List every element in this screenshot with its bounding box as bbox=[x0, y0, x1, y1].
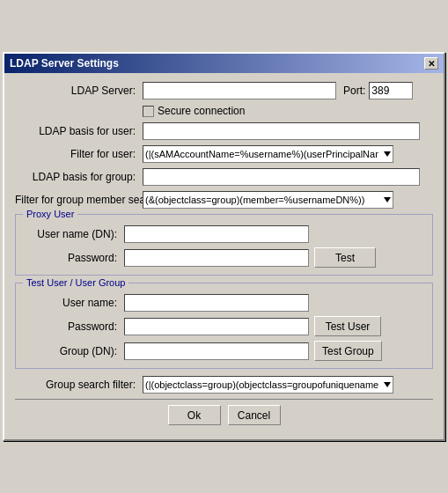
close-button[interactable]: ✕ bbox=[424, 57, 438, 70]
title-bar: LDAP Server Settings ✕ bbox=[4, 54, 444, 73]
bottom-bar: Ok Cancel bbox=[15, 399, 433, 432]
ok-button[interactable]: Ok bbox=[168, 405, 221, 425]
ldap-basis-user-row: LDAP basis for user: bbox=[15, 122, 433, 140]
ldap-basis-user-input[interactable] bbox=[143, 122, 420, 140]
ldap-basis-user-label: LDAP basis for user: bbox=[15, 125, 143, 137]
test-username-row: User name: bbox=[23, 294, 425, 312]
secure-connection-label: Secure connection bbox=[158, 105, 245, 117]
filter-user-row: Filter for user: (|(sAMAccountName=%user… bbox=[15, 145, 433, 163]
test-user-title: Test User / User Group bbox=[23, 277, 129, 288]
proxy-username-input[interactable] bbox=[124, 225, 309, 243]
test-group-input[interactable] bbox=[124, 342, 309, 360]
group-search-select[interactable]: (|(objectclass=group)(objectclass=groupo… bbox=[143, 376, 393, 394]
test-password-label: Password: bbox=[23, 320, 124, 333]
window-title: LDAP Server Settings bbox=[10, 57, 119, 70]
test-user-section: Test User / User Group User name: Passwo… bbox=[15, 283, 433, 369]
ldap-server-row: LDAP Server: Port: bbox=[15, 82, 433, 99]
secure-connection-checkbox[interactable] bbox=[143, 106, 154, 117]
port-input[interactable] bbox=[369, 82, 413, 99]
proxy-password-row: Password: Test bbox=[23, 247, 425, 268]
filter-user-label: Filter for user: bbox=[15, 148, 143, 160]
group-search-label: Group search filter: bbox=[15, 379, 143, 391]
filter-group-row: Filter for group member search: (&(objec… bbox=[15, 191, 433, 209]
port-label: Port: bbox=[343, 85, 365, 97]
main-window: LDAP Server Settings ✕ LDAP Server: Port… bbox=[3, 52, 445, 441]
test-user-button[interactable]: Test User bbox=[314, 316, 381, 336]
proxy-user-title: Proxy User bbox=[23, 209, 77, 219]
proxy-password-label: Password: bbox=[23, 252, 124, 264]
proxy-password-input[interactable] bbox=[124, 249, 309, 267]
ldap-basis-group-input[interactable] bbox=[143, 168, 420, 186]
ldap-server-label: LDAP Server: bbox=[15, 85, 143, 97]
filter-group-select[interactable]: (&(objectclass=group)(member=%usernameDN… bbox=[143, 191, 393, 209]
filter-group-label: Filter for group member search: bbox=[15, 194, 143, 206]
test-password-row: Password: Test User bbox=[23, 316, 425, 336]
ldap-server-input[interactable] bbox=[143, 82, 336, 99]
ldap-basis-group-row: LDAP basis for group: bbox=[15, 168, 433, 186]
filter-user-select[interactable]: (|(sAMAccountName=%username%)(userPrinci… bbox=[143, 145, 393, 163]
test-username-label: User name: bbox=[23, 297, 124, 309]
ldap-basis-group-label: LDAP basis for group: bbox=[15, 171, 143, 183]
test-button[interactable]: Test bbox=[314, 247, 376, 268]
secure-connection-row: Secure connection bbox=[143, 105, 433, 117]
cancel-button[interactable]: Cancel bbox=[228, 405, 281, 425]
proxy-username-label: User name (DN): bbox=[23, 228, 124, 240]
proxy-user-section: Proxy User User name (DN): Password: Tes… bbox=[15, 214, 433, 276]
test-username-input[interactable] bbox=[124, 294, 309, 312]
proxy-username-row: User name (DN): bbox=[23, 225, 425, 243]
test-password-input[interactable] bbox=[124, 318, 309, 335]
test-group-row: Group (DN): Test Group bbox=[23, 341, 425, 361]
test-group-button[interactable]: Test Group bbox=[314, 341, 382, 361]
group-search-row: Group search filter: (|(objectclass=grou… bbox=[15, 376, 433, 394]
test-group-label: Group (DN): bbox=[23, 345, 124, 357]
